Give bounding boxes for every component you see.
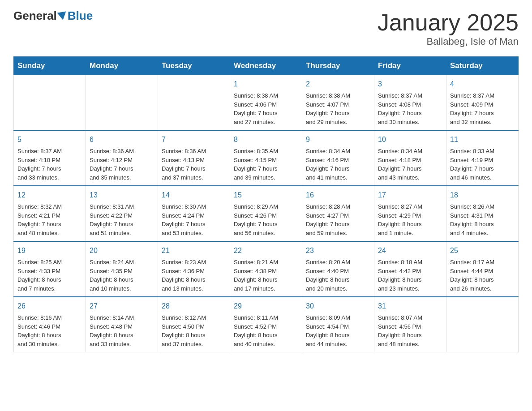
day-info: Sunrise: 8:18 AMSunset: 4:42 PMDaylight:… — [378, 258, 442, 293]
day-number: 8 — [234, 134, 298, 145]
calendar-cell: 12Sunrise: 8:32 AMSunset: 4:21 PMDayligh… — [14, 186, 86, 241]
day-info: Sunrise: 8:34 AMSunset: 4:16 PMDaylight:… — [306, 147, 370, 182]
day-info: Sunrise: 8:21 AMSunset: 4:38 PMDaylight:… — [234, 258, 298, 293]
day-number: 2 — [306, 79, 370, 90]
day-number: 14 — [162, 190, 226, 201]
calendar-cell: 19Sunrise: 8:25 AMSunset: 4:33 PMDayligh… — [14, 241, 86, 297]
day-number: 19 — [17, 245, 82, 256]
calendar-cell: 10Sunrise: 8:34 AMSunset: 4:18 PMDayligh… — [374, 130, 446, 186]
calendar-cell: 29Sunrise: 8:11 AMSunset: 4:52 PMDayligh… — [230, 297, 302, 352]
day-info: Sunrise: 8:17 AMSunset: 4:44 PMDaylight:… — [450, 258, 515, 293]
day-number: 1 — [234, 79, 298, 90]
day-number: 29 — [234, 301, 298, 312]
weekday-header-row: SundayMondayTuesdayWednesdayThursdayFrid… — [14, 57, 519, 75]
day-info: Sunrise: 8:37 AMSunset: 4:09 PMDaylight:… — [450, 91, 515, 126]
day-number: 11 — [450, 134, 515, 145]
calendar-week-row: 12Sunrise: 8:32 AMSunset: 4:21 PMDayligh… — [14, 186, 519, 241]
day-info: Sunrise: 8:38 AMSunset: 4:07 PMDaylight:… — [306, 91, 370, 126]
day-number: 3 — [378, 79, 442, 90]
calendar-cell: 25Sunrise: 8:17 AMSunset: 4:44 PMDayligh… — [446, 241, 519, 297]
day-info: Sunrise: 8:32 AMSunset: 4:21 PMDaylight:… — [17, 202, 82, 237]
day-info: Sunrise: 8:34 AMSunset: 4:18 PMDaylight:… — [378, 147, 442, 182]
logo-blue-text: Blue — [68, 9, 93, 23]
day-number: 26 — [17, 301, 82, 312]
day-number: 6 — [90, 134, 154, 145]
calendar-cell — [158, 75, 230, 131]
calendar-cell: 8Sunrise: 8:35 AMSunset: 4:15 PMDaylight… — [230, 130, 302, 186]
day-info: Sunrise: 8:28 AMSunset: 4:27 PMDaylight:… — [306, 202, 370, 237]
calendar-cell: 7Sunrise: 8:36 AMSunset: 4:13 PMDaylight… — [158, 130, 230, 186]
calendar-cell — [86, 75, 158, 131]
day-number: 10 — [378, 134, 442, 145]
day-info: Sunrise: 8:09 AMSunset: 4:54 PMDaylight:… — [306, 313, 370, 348]
day-number: 20 — [90, 245, 154, 256]
logo-triangle-icon — [57, 11, 67, 21]
calendar-cell: 14Sunrise: 8:30 AMSunset: 4:24 PMDayligh… — [158, 186, 230, 241]
day-info: Sunrise: 8:29 AMSunset: 4:26 PMDaylight:… — [234, 202, 298, 237]
day-number: 16 — [306, 190, 370, 201]
weekday-header-thursday: Thursday — [302, 57, 374, 75]
calendar-cell: 4Sunrise: 8:37 AMSunset: 4:09 PMDaylight… — [446, 75, 519, 131]
day-number: 12 — [17, 190, 82, 201]
day-info: Sunrise: 8:20 AMSunset: 4:40 PMDaylight:… — [306, 258, 370, 293]
day-info: Sunrise: 8:11 AMSunset: 4:52 PMDaylight:… — [234, 313, 298, 348]
month-title: January 2025 — [378, 9, 519, 36]
weekday-header-friday: Friday — [374, 57, 446, 75]
calendar-week-row: 19Sunrise: 8:25 AMSunset: 4:33 PMDayligh… — [14, 241, 519, 297]
day-number: 4 — [450, 79, 515, 90]
day-info: Sunrise: 8:07 AMSunset: 4:56 PMDaylight:… — [378, 313, 442, 348]
day-info: Sunrise: 8:36 AMSunset: 4:12 PMDaylight:… — [90, 147, 154, 182]
calendar-cell: 15Sunrise: 8:29 AMSunset: 4:26 PMDayligh… — [230, 186, 302, 241]
calendar-table: SundayMondayTuesdayWednesdayThursdayFrid… — [13, 56, 519, 352]
calendar-cell: 18Sunrise: 8:26 AMSunset: 4:31 PMDayligh… — [446, 186, 519, 241]
day-number: 31 — [378, 301, 442, 312]
day-number: 21 — [162, 245, 226, 256]
day-info: Sunrise: 8:35 AMSunset: 4:15 PMDaylight:… — [234, 147, 298, 182]
calendar-cell: 6Sunrise: 8:36 AMSunset: 4:12 PMDaylight… — [86, 130, 158, 186]
day-info: Sunrise: 8:36 AMSunset: 4:13 PMDaylight:… — [162, 147, 226, 182]
day-info: Sunrise: 8:37 AMSunset: 4:08 PMDaylight:… — [378, 91, 442, 126]
calendar-cell: 13Sunrise: 8:31 AMSunset: 4:22 PMDayligh… — [86, 186, 158, 241]
day-info: Sunrise: 8:27 AMSunset: 4:29 PMDaylight:… — [378, 202, 442, 237]
weekday-header-saturday: Saturday — [446, 57, 519, 75]
day-number: 18 — [450, 190, 515, 201]
day-info: Sunrise: 8:38 AMSunset: 4:06 PMDaylight:… — [234, 91, 298, 126]
calendar-cell: 5Sunrise: 8:37 AMSunset: 4:10 PMDaylight… — [14, 130, 86, 186]
calendar-cell: 1Sunrise: 8:38 AMSunset: 4:06 PMDaylight… — [230, 75, 302, 131]
logo-general-text: General — [13, 9, 57, 23]
weekday-header-tuesday: Tuesday — [158, 57, 230, 75]
calendar-cell: 16Sunrise: 8:28 AMSunset: 4:27 PMDayligh… — [302, 186, 374, 241]
calendar-cell: 17Sunrise: 8:27 AMSunset: 4:29 PMDayligh… — [374, 186, 446, 241]
calendar-cell: 23Sunrise: 8:20 AMSunset: 4:40 PMDayligh… — [302, 241, 374, 297]
calendar-cell: 20Sunrise: 8:24 AMSunset: 4:35 PMDayligh… — [86, 241, 158, 297]
day-number: 7 — [162, 134, 226, 145]
weekday-header-wednesday: Wednesday — [230, 57, 302, 75]
calendar-cell — [446, 297, 519, 352]
calendar-cell: 9Sunrise: 8:34 AMSunset: 4:16 PMDaylight… — [302, 130, 374, 186]
day-number: 17 — [378, 190, 442, 201]
weekday-header-monday: Monday — [86, 57, 158, 75]
day-number: 22 — [234, 245, 298, 256]
day-number: 23 — [306, 245, 370, 256]
weekday-header-sunday: Sunday — [14, 57, 86, 75]
calendar-cell: 11Sunrise: 8:33 AMSunset: 4:19 PMDayligh… — [446, 130, 519, 186]
day-info: Sunrise: 8:30 AMSunset: 4:24 PMDaylight:… — [162, 202, 226, 237]
calendar-cell: 2Sunrise: 8:38 AMSunset: 4:07 PMDaylight… — [302, 75, 374, 131]
day-info: Sunrise: 8:16 AMSunset: 4:46 PMDaylight:… — [17, 313, 82, 348]
calendar-cell: 31Sunrise: 8:07 AMSunset: 4:56 PMDayligh… — [374, 297, 446, 352]
calendar-cell: 30Sunrise: 8:09 AMSunset: 4:54 PMDayligh… — [302, 297, 374, 352]
calendar-week-row: 26Sunrise: 8:16 AMSunset: 4:46 PMDayligh… — [14, 297, 519, 352]
calendar-cell — [14, 75, 86, 131]
day-number: 9 — [306, 134, 370, 145]
calendar-cell: 26Sunrise: 8:16 AMSunset: 4:46 PMDayligh… — [14, 297, 86, 352]
day-info: Sunrise: 8:24 AMSunset: 4:35 PMDaylight:… — [90, 258, 154, 293]
day-number: 25 — [450, 245, 515, 256]
day-info: Sunrise: 8:23 AMSunset: 4:36 PMDaylight:… — [162, 258, 226, 293]
page-header: General Blue January 2025 Ballabeg, Isle… — [13, 9, 519, 47]
calendar-cell: 27Sunrise: 8:14 AMSunset: 4:48 PMDayligh… — [86, 297, 158, 352]
day-info: Sunrise: 8:37 AMSunset: 4:10 PMDaylight:… — [17, 147, 82, 182]
calendar-cell: 3Sunrise: 8:37 AMSunset: 4:08 PMDaylight… — [374, 75, 446, 131]
day-number: 27 — [90, 301, 154, 312]
day-number: 28 — [162, 301, 226, 312]
calendar-cell: 21Sunrise: 8:23 AMSunset: 4:36 PMDayligh… — [158, 241, 230, 297]
